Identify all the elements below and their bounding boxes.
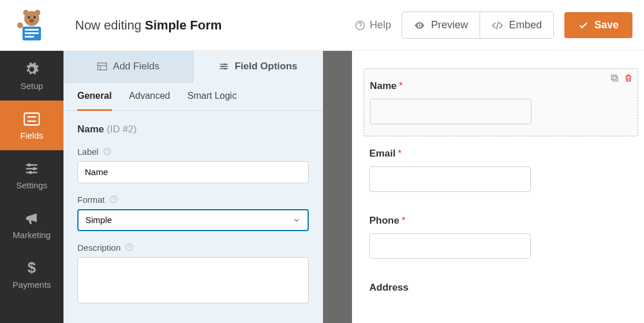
bullhorn-icon [24, 210, 40, 227]
sidebar-item-label: Marketing [13, 230, 51, 240]
preview-input[interactable] [370, 99, 531, 124]
preview-field-phone[interactable]: Phone* [364, 203, 638, 270]
preview-gutter [323, 51, 352, 323]
preview-label: Email* [369, 148, 632, 159]
group-format: Format ? Simple [77, 195, 309, 231]
sliders-icon [24, 161, 40, 177]
help-link[interactable]: Help [355, 19, 391, 31]
svg-point-12 [418, 24, 420, 26]
panel-tabs: Add Fields Field Options [63, 51, 323, 83]
svg-point-4 [33, 16, 36, 18]
sidebar-item-settings[interactable]: Settings [0, 150, 63, 200]
sub-tabs: General Advanced Smart Logic [63, 83, 323, 111]
svg-point-17 [33, 167, 36, 170]
svg-rect-9 [25, 36, 34, 38]
save-button[interactable]: Save [564, 12, 632, 38]
sidebar-item-fields[interactable]: Fields [0, 101, 63, 150]
svg-rect-33 [612, 75, 616, 80]
trash-icon[interactable] [624, 73, 633, 83]
tab-field-options[interactable]: Field Options [193, 51, 323, 83]
sliders-small-icon [219, 61, 229, 72]
help-icon[interactable]: ? [110, 195, 118, 203]
preview-field-name[interactable]: Name* [364, 68, 638, 136]
label-label: Label ? [77, 147, 309, 157]
gear-icon [24, 61, 40, 77]
preview-label: Phone* [369, 215, 632, 227]
preview-input[interactable] [369, 166, 531, 192]
svg-text:?: ? [106, 149, 108, 154]
sidebar-item-label: Fields [20, 131, 43, 140]
preview-label: Address [369, 282, 632, 294]
top-actions: Help Preview Embed Save [355, 12, 632, 39]
tab-add-fields[interactable]: Add Fields [63, 51, 193, 83]
field-actions [610, 73, 633, 83]
svg-point-16 [28, 163, 31, 166]
form-icon [24, 111, 40, 127]
svg-text:$: $ [28, 260, 36, 276]
grid-icon [97, 61, 107, 72]
group-label: Label ? [77, 147, 309, 183]
description-textarea[interactable] [77, 257, 309, 303]
svg-point-1 [23, 10, 29, 16]
label-input[interactable] [77, 161, 309, 183]
page-title: Now editing Simple Form [63, 18, 355, 33]
label-format: Format ? [77, 195, 309, 205]
help-icon[interactable]: ? [125, 243, 133, 251]
svg-point-23 [224, 64, 226, 65]
svg-point-5 [29, 19, 34, 23]
svg-rect-32 [613, 76, 617, 81]
main-layout: Setup Fields Settings Marketing $ Paymen… [0, 51, 644, 323]
subtab-general[interactable]: General [77, 83, 112, 111]
sidebar-item-label: Setup [20, 81, 43, 91]
svg-point-2 [35, 10, 40, 16]
preview-button[interactable]: Preview [402, 12, 480, 38]
form-preview: Name* Email* Phone* Address [352, 51, 644, 323]
field-title: Name (ID #2) [77, 124, 309, 135]
check-icon [578, 20, 589, 31]
svg-rect-20 [98, 63, 106, 70]
sidebar-item-label: Settings [16, 180, 47, 190]
code-icon [492, 20, 503, 31]
svg-text:?: ? [128, 245, 131, 250]
format-select[interactable]: Simple [77, 209, 309, 231]
topbar: Now editing Simple Form Help Preview Emb… [0, 0, 644, 51]
subtab-advanced[interactable]: Advanced [129, 83, 170, 110]
subtab-smart-logic[interactable]: Smart Logic [188, 83, 237, 110]
panel-body: Name (ID #2) Label ? Format ? Simple [63, 111, 323, 323]
chevron-down-icon [293, 216, 301, 224]
sidebar-item-setup[interactable]: Setup [0, 51, 63, 101]
sidebar: Setup Fields Settings Marketing $ Paymen… [0, 51, 63, 323]
preview-label: Name* [370, 80, 632, 92]
eye-icon [414, 20, 425, 31]
svg-rect-8 [25, 32, 39, 34]
options-panel: Add Fields Field Options General Advance… [63, 51, 323, 323]
preview-field-address[interactable]: Address [364, 270, 638, 312]
svg-point-25 [224, 68, 226, 70]
svg-rect-7 [25, 29, 39, 31]
help-icon[interactable]: ? [103, 147, 111, 155]
svg-text:?: ? [112, 197, 115, 202]
preview-input[interactable] [369, 233, 531, 259]
svg-point-3 [28, 16, 30, 18]
svg-point-18 [29, 170, 32, 173]
sidebar-item-marketing[interactable]: Marketing [0, 200, 63, 250]
duplicate-icon[interactable] [610, 73, 619, 83]
app-logo [0, 8, 63, 43]
svg-point-24 [222, 66, 223, 68]
svg-rect-13 [24, 113, 39, 125]
sidebar-item-payments[interactable]: $ Payments [0, 250, 63, 299]
dollar-icon: $ [24, 260, 40, 276]
embed-button[interactable]: Embed [480, 12, 553, 38]
bear-logo-icon [14, 8, 49, 43]
svg-rect-11 [18, 23, 20, 26]
label-description: Description ? [77, 243, 309, 253]
group-description: Description ? [77, 243, 309, 303]
help-icon [355, 20, 365, 31]
preview-embed-group: Preview Embed [402, 12, 554, 39]
preview-field-email[interactable]: Email* [364, 136, 638, 203]
sidebar-item-label: Payments [13, 280, 51, 289]
